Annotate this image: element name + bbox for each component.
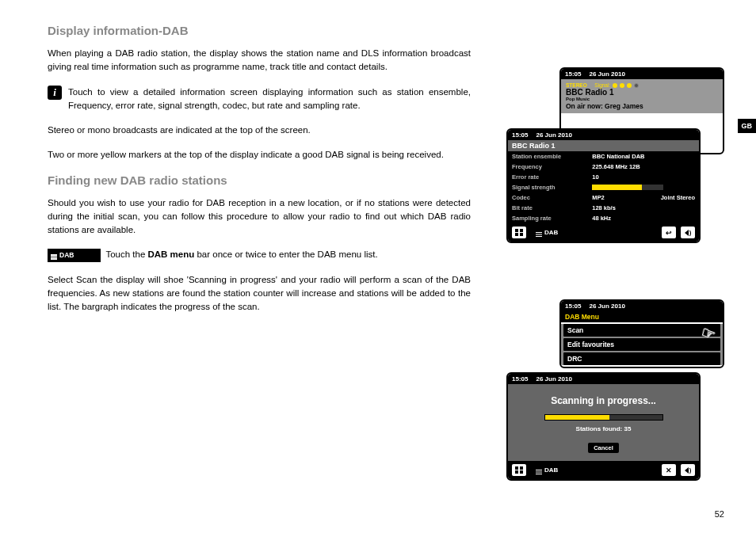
now-playing-text: On air now: Greg James bbox=[566, 102, 718, 110]
details-title: BBC Radio 1 bbox=[508, 140, 699, 151]
heading-display-info: Display information-DAB bbox=[48, 24, 471, 37]
paragraph: When playing a DAB radio station, the di… bbox=[48, 47, 471, 74]
menu-item-edit-favourites[interactable]: Edit favourites bbox=[563, 338, 720, 351]
info-icon: i bbox=[48, 86, 62, 100]
dab-menu-bar[interactable]: DAB bbox=[531, 228, 657, 237]
paragraph: Should you wish to use your radio for DA… bbox=[48, 196, 471, 238]
paragraph: Select Scan the display will shoe 'Scann… bbox=[48, 273, 471, 314]
dab-menu-bar[interactable]: DAB bbox=[531, 466, 657, 474]
stations-found: Stations found: 35 bbox=[516, 425, 691, 432]
signal-bar bbox=[592, 185, 663, 190]
page-number: 52 bbox=[715, 509, 724, 519]
progress-bar bbox=[544, 414, 663, 421]
details-table: Station ensembleBBC National DAB Frequen… bbox=[508, 151, 699, 223]
close-button[interactable]: ✕ bbox=[662, 464, 676, 476]
heading-finding-stations: Finding new DAB radio stations bbox=[48, 173, 471, 187]
screen-dab-menu: 15:0526 Jun 2010 DAB Menu Scan☜ Edit fav… bbox=[559, 299, 724, 368]
cancel-button[interactable]: Cancel bbox=[588, 443, 619, 453]
speaker-button[interactable] bbox=[681, 227, 695, 238]
paragraph: Stereo or mono broadcasts are indicated … bbox=[48, 124, 471, 137]
paragraph: DABTouch the DAB menu bar once or twice … bbox=[48, 248, 471, 261]
figures-column: 15:0526 Jun 2010 STEREO Signal: BBC Radi… bbox=[487, 24, 724, 325]
screen-station-details: 15:0526 Jun 2010 BBC Radio 1 Station ens… bbox=[506, 128, 701, 243]
menu-item-drc[interactable]: DRC bbox=[563, 352, 720, 365]
station-name: BBC Radio 1 bbox=[566, 88, 718, 97]
paragraph: Touch to view a detailed information scr… bbox=[68, 86, 471, 113]
menu-title: DAB Menu bbox=[561, 311, 723, 322]
station-genre: Pop Music bbox=[566, 97, 718, 101]
stereo-indicator: STEREO bbox=[566, 82, 587, 88]
dab-menu-bar-inline: DAB bbox=[48, 249, 101, 262]
speaker-button[interactable] bbox=[681, 464, 695, 476]
home-button[interactable] bbox=[512, 227, 526, 238]
gb-tab: GB bbox=[738, 119, 757, 133]
menu-item-scan[interactable]: Scan☜ bbox=[563, 324, 720, 337]
screen-scanning: 15:0526 Jun 2010 Scanning in progress...… bbox=[506, 372, 701, 481]
signal-dot bbox=[613, 83, 617, 88]
content-column: Display information-DAB When playing a D… bbox=[48, 24, 471, 325]
paragraph: Two or more yellow markers at the top of… bbox=[48, 148, 471, 162]
back-button[interactable]: ↩ bbox=[662, 227, 676, 238]
menu-icon bbox=[51, 254, 57, 256]
home-button[interactable] bbox=[512, 464, 526, 476]
scanning-message: Scanning in progress... bbox=[516, 395, 691, 406]
